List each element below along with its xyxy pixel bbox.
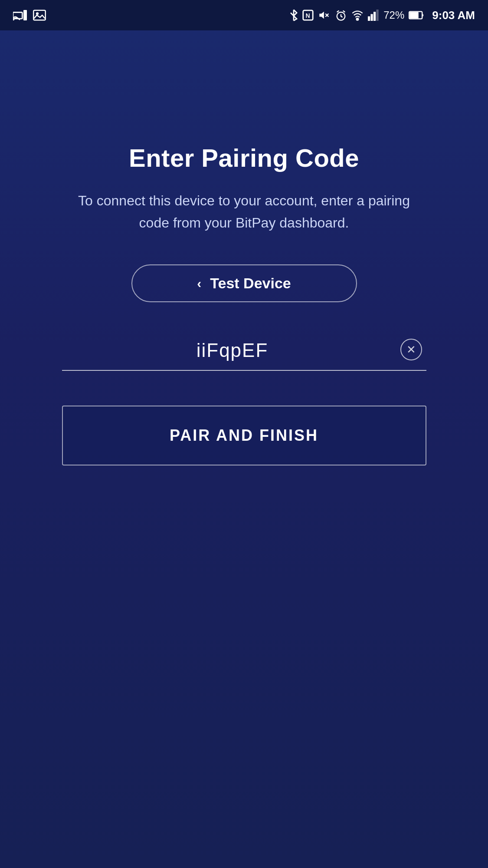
signal-icon [368, 9, 379, 21]
battery-percentage: 72% [383, 9, 404, 21]
alarm-icon [335, 9, 347, 21]
cast-icon [13, 10, 27, 20]
svg-rect-13 [371, 14, 373, 21]
bluetooth-icon [290, 9, 298, 21]
clear-icon: ✕ [406, 343, 416, 356]
svg-rect-2 [23, 10, 27, 20]
image-icon [33, 10, 46, 21]
chevron-left-icon: ‹ [197, 276, 201, 291]
status-right-icons: N 72% [290, 9, 475, 22]
device-selector-button[interactable]: ‹ Test Device [131, 264, 357, 302]
nfc-icon: N [302, 9, 314, 21]
svg-point-11 [357, 18, 359, 20]
page-subtitle: To connect this device to your account, … [71, 190, 418, 234]
svg-rect-17 [410, 12, 419, 18]
svg-rect-15 [377, 10, 379, 21]
svg-rect-14 [373, 12, 376, 21]
status-left-icons [13, 10, 46, 21]
wifi-icon [351, 9, 364, 21]
svg-rect-3 [33, 10, 46, 20]
pair-button-label: PAIR AND FINISH [170, 426, 318, 444]
mute-icon [318, 9, 331, 21]
status-bar: N 72% [0, 0, 488, 30]
svg-marker-7 [320, 12, 324, 19]
pairing-code-section: ✕ [62, 333, 426, 371]
clear-input-button[interactable]: ✕ [400, 339, 422, 360]
svg-rect-12 [368, 17, 370, 21]
device-selector-label: Test Device [210, 275, 291, 292]
page-title: Enter Pairing Code [129, 143, 359, 172]
battery-icon [409, 10, 424, 20]
main-content: Enter Pairing Code To connect this devic… [0, 117, 488, 492]
pairing-code-input[interactable] [62, 333, 426, 371]
svg-point-4 [36, 12, 39, 15]
svg-text:N: N [306, 12, 310, 19]
pair-and-finish-button[interactable]: PAIR AND FINISH [62, 406, 426, 465]
status-time: 9:03 AM [432, 9, 475, 22]
